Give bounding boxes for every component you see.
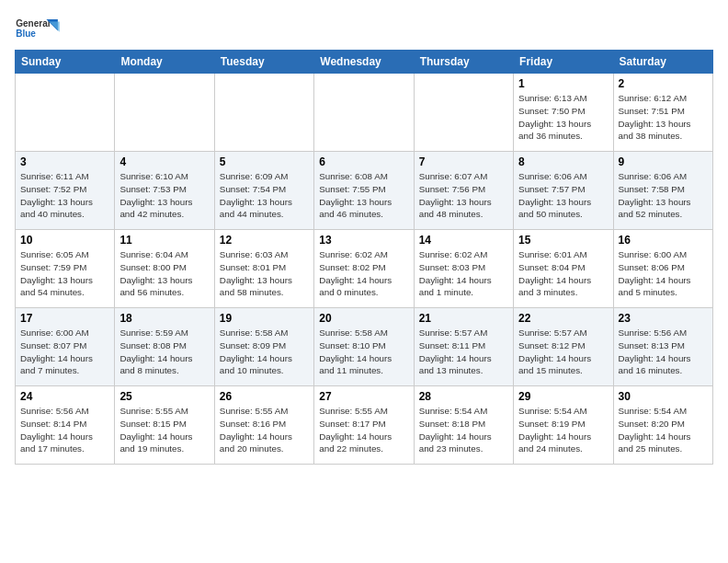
- svg-text:General: General: [16, 18, 50, 29]
- day-info: Sunrise: 6:03 AMSunset: 8:01 PMDaylight:…: [220, 248, 309, 299]
- weekday-header-friday: Friday: [514, 51, 613, 74]
- day-number: 2: [619, 77, 708, 90]
- day-number: 25: [119, 390, 209, 403]
- day-number: 3: [20, 155, 109, 168]
- calendar-cell: 1Sunrise: 6:13 AMSunset: 7:50 PMDaylight…: [514, 74, 613, 152]
- day-number: 15: [518, 234, 608, 247]
- calendar-cell: 16Sunrise: 6:00 AMSunset: 8:06 PMDayligh…: [613, 230, 712, 308]
- day-number: 6: [319, 155, 408, 168]
- weekday-header-wednesday: Wednesday: [314, 51, 414, 74]
- day-number: 21: [419, 312, 508, 325]
- day-info: Sunrise: 6:00 AMSunset: 8:07 PMDaylight:…: [20, 327, 109, 377]
- day-info: Sunrise: 5:55 AMSunset: 8:15 PMDaylight:…: [119, 405, 209, 455]
- svg-marker-3: [50, 22, 60, 32]
- day-number: 19: [220, 312, 309, 325]
- calendar-cell: 24Sunrise: 5:56 AMSunset: 8:14 PMDayligh…: [16, 386, 115, 465]
- day-number: 11: [119, 234, 209, 247]
- day-number: 9: [619, 155, 708, 168]
- page-header: General Blue: [15, 15, 713, 40]
- day-number: 8: [518, 155, 608, 168]
- calendar-cell: 11Sunrise: 6:04 AMSunset: 8:00 PMDayligh…: [115, 230, 214, 308]
- logo: General Blue: [15, 15, 61, 40]
- day-info: Sunrise: 5:54 AMSunset: 8:19 PMDaylight:…: [518, 405, 608, 455]
- day-number: 29: [518, 390, 608, 403]
- calendar-cell: 26Sunrise: 5:55 AMSunset: 8:16 PMDayligh…: [214, 386, 313, 465]
- day-info: Sunrise: 5:59 AMSunset: 8:08 PMDaylight:…: [119, 327, 209, 377]
- day-info: Sunrise: 6:08 AMSunset: 7:55 PMDaylight:…: [319, 170, 408, 221]
- calendar-cell: 30Sunrise: 5:54 AMSunset: 8:20 PMDayligh…: [613, 386, 712, 465]
- calendar-cell: 5Sunrise: 6:09 AMSunset: 7:54 PMDaylight…: [214, 152, 313, 230]
- calendar-cell: 17Sunrise: 6:00 AMSunset: 8:07 PMDayligh…: [16, 308, 115, 386]
- day-number: 4: [119, 155, 209, 168]
- day-number: 18: [119, 312, 209, 325]
- weekday-header-monday: Monday: [115, 51, 214, 74]
- calendar-cell: 18Sunrise: 5:59 AMSunset: 8:08 PMDayligh…: [115, 308, 214, 386]
- calendar-cell: [115, 74, 214, 152]
- day-number: 16: [619, 234, 708, 247]
- day-info: Sunrise: 6:02 AMSunset: 8:03 PMDaylight:…: [419, 248, 508, 299]
- calendar-cell: 12Sunrise: 6:03 AMSunset: 8:01 PMDayligh…: [214, 230, 313, 308]
- day-info: Sunrise: 5:57 AMSunset: 8:12 PMDaylight:…: [518, 327, 608, 377]
- calendar-week-1: 1Sunrise: 6:13 AMSunset: 7:50 PMDaylight…: [16, 74, 713, 152]
- calendar-cell: 15Sunrise: 6:01 AMSunset: 8:04 PMDayligh…: [514, 230, 613, 308]
- day-number: 13: [319, 234, 408, 247]
- calendar-cell: 23Sunrise: 5:56 AMSunset: 8:13 PMDayligh…: [613, 308, 712, 386]
- day-info: Sunrise: 6:06 AMSunset: 7:57 PMDaylight:…: [518, 170, 608, 221]
- day-info: Sunrise: 5:54 AMSunset: 8:18 PMDaylight:…: [419, 405, 508, 455]
- day-number: 7: [419, 155, 508, 168]
- calendar-cell: 4Sunrise: 6:10 AMSunset: 7:53 PMDaylight…: [115, 152, 214, 230]
- calendar-cell: [414, 74, 513, 152]
- calendar-cell: 19Sunrise: 5:58 AMSunset: 8:09 PMDayligh…: [214, 308, 313, 386]
- calendar-cell: 8Sunrise: 6:06 AMSunset: 7:57 PMDaylight…: [514, 152, 613, 230]
- day-info: Sunrise: 6:10 AMSunset: 7:53 PMDaylight:…: [119, 170, 209, 221]
- day-number: 22: [518, 312, 608, 325]
- day-number: 30: [619, 390, 708, 403]
- calendar-cell: [16, 74, 115, 152]
- day-info: Sunrise: 6:12 AMSunset: 7:51 PMDaylight:…: [619, 92, 708, 143]
- calendar-cell: 13Sunrise: 6:02 AMSunset: 8:02 PMDayligh…: [314, 230, 414, 308]
- day-info: Sunrise: 5:58 AMSunset: 8:10 PMDaylight:…: [319, 327, 408, 377]
- calendar-cell: 9Sunrise: 6:06 AMSunset: 7:58 PMDaylight…: [613, 152, 712, 230]
- logo-icon: General Blue: [15, 15, 61, 40]
- day-info: Sunrise: 5:57 AMSunset: 8:11 PMDaylight:…: [419, 327, 508, 377]
- calendar-cell: 25Sunrise: 5:55 AMSunset: 8:15 PMDayligh…: [115, 386, 214, 465]
- day-info: Sunrise: 6:06 AMSunset: 7:58 PMDaylight:…: [619, 170, 708, 221]
- day-info: Sunrise: 6:09 AMSunset: 7:54 PMDaylight:…: [220, 170, 309, 221]
- calendar-week-5: 24Sunrise: 5:56 AMSunset: 8:14 PMDayligh…: [16, 386, 713, 465]
- weekday-header-saturday: Saturday: [613, 51, 712, 74]
- day-info: Sunrise: 5:54 AMSunset: 8:20 PMDaylight:…: [619, 405, 708, 455]
- day-info: Sunrise: 6:07 AMSunset: 7:56 PMDaylight:…: [419, 170, 508, 221]
- calendar-cell: 6Sunrise: 6:08 AMSunset: 7:55 PMDaylight…: [314, 152, 414, 230]
- calendar-cell: [214, 74, 313, 152]
- calendar-table: SundayMondayTuesdayWednesdayThursdayFrid…: [15, 50, 713, 465]
- day-number: 17: [20, 312, 109, 325]
- day-info: Sunrise: 5:58 AMSunset: 8:09 PMDaylight:…: [220, 327, 309, 377]
- day-number: 28: [419, 390, 508, 403]
- day-number: 14: [419, 234, 508, 247]
- day-number: 1: [518, 77, 608, 90]
- day-info: Sunrise: 5:55 AMSunset: 8:16 PMDaylight:…: [220, 405, 309, 455]
- day-info: Sunrise: 5:56 AMSunset: 8:13 PMDaylight:…: [619, 327, 708, 377]
- day-number: 10: [20, 234, 109, 247]
- day-number: 24: [20, 390, 109, 403]
- calendar-week-3: 10Sunrise: 6:05 AMSunset: 7:59 PMDayligh…: [16, 230, 713, 308]
- calendar-cell: 7Sunrise: 6:07 AMSunset: 7:56 PMDaylight…: [414, 152, 513, 230]
- calendar-cell: [314, 74, 414, 152]
- day-info: Sunrise: 6:13 AMSunset: 7:50 PMDaylight:…: [518, 92, 608, 143]
- calendar-header-row: SundayMondayTuesdayWednesdayThursdayFrid…: [16, 51, 713, 74]
- calendar-cell: 14Sunrise: 6:02 AMSunset: 8:03 PMDayligh…: [414, 230, 513, 308]
- weekday-header-sunday: Sunday: [16, 51, 115, 74]
- calendar-cell: 22Sunrise: 5:57 AMSunset: 8:12 PMDayligh…: [514, 308, 613, 386]
- day-number: 20: [319, 312, 408, 325]
- day-number: 12: [220, 234, 309, 247]
- calendar-cell: 29Sunrise: 5:54 AMSunset: 8:19 PMDayligh…: [514, 386, 613, 465]
- day-info: Sunrise: 6:04 AMSunset: 8:00 PMDaylight:…: [119, 248, 209, 299]
- calendar-cell: 28Sunrise: 5:54 AMSunset: 8:18 PMDayligh…: [414, 386, 513, 465]
- day-number: 27: [319, 390, 408, 403]
- day-info: Sunrise: 6:00 AMSunset: 8:06 PMDaylight:…: [619, 248, 708, 299]
- calendar-cell: 20Sunrise: 5:58 AMSunset: 8:10 PMDayligh…: [314, 308, 414, 386]
- day-info: Sunrise: 5:55 AMSunset: 8:17 PMDaylight:…: [319, 405, 408, 455]
- day-info: Sunrise: 6:01 AMSunset: 8:04 PMDaylight:…: [518, 248, 608, 299]
- day-info: Sunrise: 5:56 AMSunset: 8:14 PMDaylight:…: [20, 405, 109, 455]
- calendar-week-4: 17Sunrise: 6:00 AMSunset: 8:07 PMDayligh…: [16, 308, 713, 386]
